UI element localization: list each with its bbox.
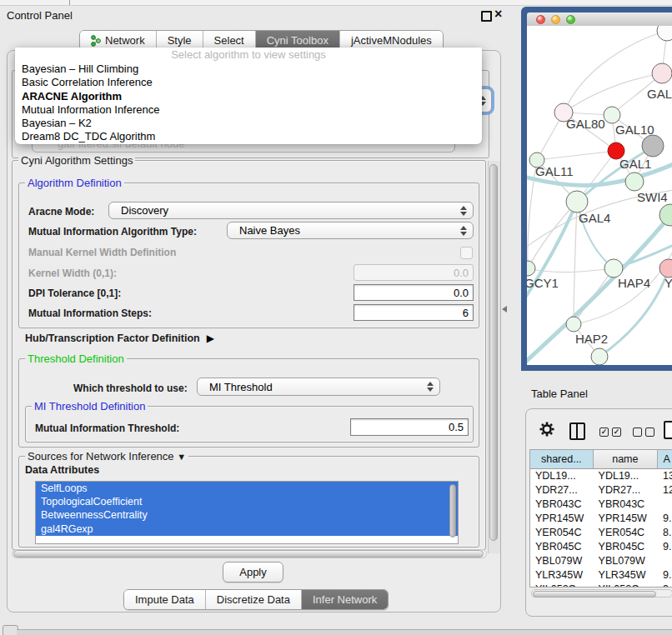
table-hscrollbar-track[interactable] — [531, 589, 672, 598]
column-chooser-icon[interactable] — [569, 422, 585, 440]
algorithm-option[interactable]: Mutual Information Inference — [15, 103, 482, 117]
network-node[interactable] — [591, 348, 608, 365]
settings-hscrollbar-thumb[interactable] — [13, 550, 484, 558]
column-header[interactable]: name — [594, 450, 659, 468]
tab-infer-network[interactable]: Infer Network — [302, 590, 388, 609]
table-cell: 9 — [658, 582, 672, 588]
aracne-mode-combo[interactable]: Discovery — [108, 202, 474, 219]
manual-kernel-checkbox[interactable] — [460, 247, 473, 259]
network-view[interactable]: GALGAL80GAL10GAL1GAL11SWI4GAL4GCY1HAP4YH… — [527, 26, 672, 365]
table-row[interactable]: YER054CYER054C8. — [530, 526, 672, 540]
table-row[interactable]: YBL079WYBL079W — [530, 554, 672, 568]
column-header[interactable]: shared... — [530, 450, 594, 468]
network-window-titlebar[interactable] — [527, 12, 672, 27]
network-node-gcy1[interactable] — [527, 261, 535, 276]
kernel-width-field[interactable]: 0.0 — [354, 264, 474, 281]
float-panel-icon[interactable] — [481, 11, 492, 22]
aracne-mode-label: Aracne Mode: — [28, 206, 94, 218]
node-label: HAP4 — [618, 276, 650, 290]
attributes-scrollbar-thumb[interactable] — [449, 484, 456, 538]
attribute-item[interactable]: BetweennessCentrality — [36, 508, 458, 522]
table-row[interactable]: YDR27...YDR27...12 — [530, 483, 672, 498]
table-cell: 9. — [658, 540, 672, 554]
network-node-hap2[interactable] — [566, 317, 581, 332]
close-panel-icon[interactable]: × — [494, 7, 502, 22]
gear-icon[interactable] — [539, 422, 554, 437]
dpi-tolerance-label: DPI Tolerance [0,1]: — [28, 288, 121, 299]
table-row[interactable]: YBR043CYBR043C — [530, 498, 672, 512]
table-cell: YBL079W — [594, 554, 659, 568]
algorithm-dropdown-list: Select algorithm to view settings Bayesi… — [15, 48, 482, 144]
tab-impute-data[interactable]: Impute Data — [124, 590, 206, 609]
column-header[interactable]: A — [658, 450, 672, 468]
table-cell: 9. — [658, 568, 672, 582]
node-label: GCY1 — [527, 276, 559, 290]
table-row[interactable]: YDL19...YDL19...13 — [530, 469, 672, 483]
network-node-gal4[interactable] — [566, 191, 588, 212]
node-table: shared...nameA YDL19...YDL19...13YDR27..… — [529, 449, 672, 588]
apply-button[interactable]: Apply — [223, 562, 283, 582]
table-cell: YER054C — [594, 526, 659, 540]
network-node[interactable] — [642, 135, 664, 157]
panel-splitter-handle[interactable] — [502, 306, 507, 312]
bottom-window-edge — [17, 629, 672, 635]
node-label: GAL — [647, 87, 672, 101]
algorithm-option[interactable]: ARACNE Algorithm — [15, 90, 482, 103]
window-minimize-button[interactable] — [551, 15, 560, 24]
network-edge[interactable] — [574, 202, 577, 324]
table-row[interactable]: YLR345WYLR345W9. — [530, 568, 672, 582]
table-cell — [658, 498, 672, 512]
algorithm-option[interactable]: Basic Correlation Inference — [15, 76, 482, 89]
settings-scrollbar-thumb[interactable] — [489, 164, 498, 541]
mi-steps-field[interactable]: 6 — [354, 304, 474, 321]
hub-tf-definition-toggle[interactable]: Hub/Transcription Factor Definition ▶ — [25, 332, 214, 344]
document-icon[interactable] — [664, 421, 672, 439]
data-attributes-list[interactable]: SelfLoopsTopologicalCoefficientBetweenne… — [35, 481, 459, 544]
network-edge[interactable] — [537, 151, 616, 160]
window-zoom-button[interactable] — [566, 15, 575, 24]
algorithm-option[interactable]: Bayesian – Hill Climbing — [15, 62, 482, 76]
table-cell: YDL19... — [530, 469, 594, 483]
table-cell: YDL19... — [594, 469, 659, 483]
tab-label: jActiveMNodules — [351, 34, 432, 47]
network-node-swi4[interactable] — [625, 172, 644, 191]
expanded-arrow-icon[interactable]: ▼ — [177, 452, 186, 462]
algorithm-option[interactable]: Dream8 DC_TDC Algorithm — [15, 130, 482, 143]
dpi-tolerance-field[interactable]: 0.0 — [354, 284, 474, 301]
attribute-item[interactable]: TopologicalCoefficient — [36, 495, 458, 508]
node-label: Y — [664, 276, 672, 290]
settings-group-title: Cyni Algorithm Settings — [18, 154, 135, 167]
network-node-y[interactable] — [659, 259, 672, 278]
table-row[interactable]: YBR045CYBR045C9. — [530, 540, 672, 554]
network-edge[interactable] — [528, 202, 577, 268]
tab-discretize-data[interactable]: Discretize Data — [206, 590, 302, 609]
which-threshold-combo[interactable]: MI Threshold — [197, 378, 440, 396]
network-node-gal10[interactable] — [604, 107, 620, 123]
hub-tf-label: Hub/Transcription Factor Definition — [25, 332, 200, 344]
table-hscrollbar-thumb[interactable] — [533, 591, 656, 598]
node-label: GAL80 — [566, 117, 605, 131]
which-threshold-label: Which threshold to use: — [73, 382, 188, 394]
tab-label: Infer Network — [313, 593, 377, 606]
mi-type-value: Naive Bayes — [239, 224, 300, 237]
network-node[interactable] — [659, 204, 672, 226]
attribute-item[interactable]: gal4RGexp — [36, 522, 458, 536]
table-row[interactable]: YIL052CYIL052C9 — [530, 582, 672, 588]
table-row[interactable]: YPR145WYPR145W9. — [530, 512, 672, 526]
table-cell: 12 — [658, 483, 672, 498]
node-label: GAL1 — [619, 157, 651, 171]
node-label: GAL11 — [535, 164, 574, 178]
window-close-button[interactable] — [536, 15, 545, 24]
network-icon — [91, 35, 101, 47]
select-all-checks-icon[interactable]: ✓✓ — [599, 428, 621, 437]
network-node-gal[interactable] — [652, 63, 672, 83]
network-node[interactable] — [657, 26, 672, 41]
algorithm-option[interactable]: Bayesian – K2 — [15, 117, 482, 130]
cyni-bottom-tab-bar: Impute DataDiscretize DataInfer Network — [123, 589, 389, 610]
tab-label: Network — [105, 34, 145, 47]
mi-type-combo[interactable]: Naive Bayes — [227, 222, 474, 239]
network-node-hap4[interactable] — [604, 259, 623, 278]
attribute-item[interactable]: SelfLoops — [36, 482, 458, 495]
mi-threshold-field[interactable]: 0.5 — [350, 418, 469, 436]
deselect-all-checks-icon[interactable] — [633, 428, 654, 437]
